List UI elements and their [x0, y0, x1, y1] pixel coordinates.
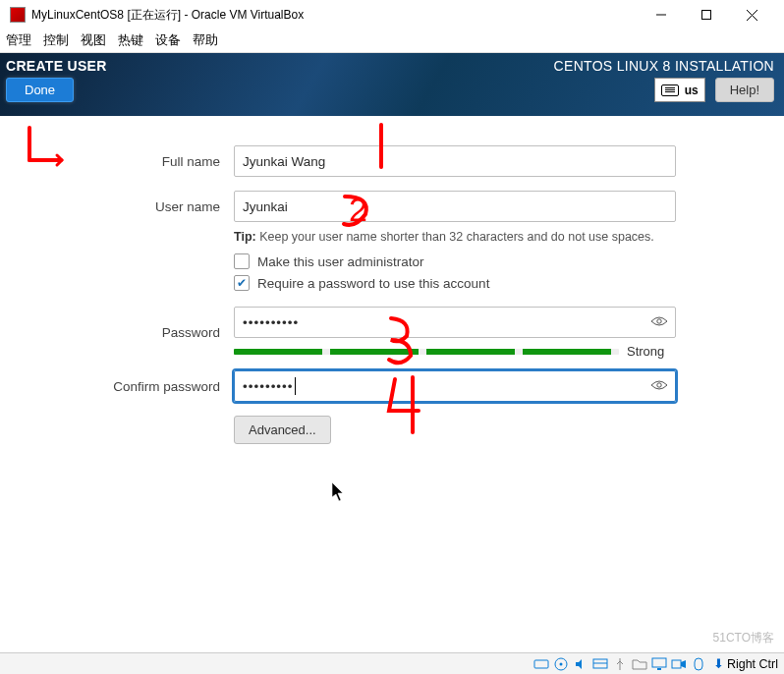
done-button[interactable]: Done [6, 78, 74, 102]
password-strength-meter: Strong [234, 344, 755, 359]
menu-bar: 管理 控制 视图 热键 设备 帮助 [0, 29, 784, 53]
menu-devices[interactable]: 设备 [155, 32, 181, 49]
checkbox-unchecked-icon [234, 253, 250, 269]
mouse-cursor-icon [332, 482, 346, 506]
svg-rect-13 [672, 660, 681, 668]
window-titlebar: MyLinuxCentOS8 [正在运行] - Oracle VM Virtua… [0, 0, 784, 29]
password-strength-label: Strong [627, 344, 664, 359]
menu-view[interactable]: 视图 [81, 32, 106, 49]
svg-point-4 [657, 319, 661, 323]
svg-rect-11 [652, 658, 666, 667]
require-password-checkbox-row[interactable]: ✔ Require a password to use this account [234, 275, 755, 291]
minimize-button[interactable] [639, 0, 684, 29]
svg-point-8 [559, 662, 562, 665]
installer-title: CENTOS LINUX 8 INSTALLATION [554, 58, 774, 74]
help-button[interactable]: Help! [715, 78, 774, 102]
window-controls [639, 0, 774, 29]
create-user-form: Full name Jyunkai Wang User name Jyunkai… [0, 116, 784, 444]
password-mask: •••••••••• [243, 315, 299, 330]
menu-manage[interactable]: 管理 [6, 32, 31, 49]
virtualbox-icon [10, 7, 26, 23]
recording-icon[interactable] [670, 656, 688, 672]
confirm-password-input[interactable]: ••••••••• [234, 370, 676, 402]
username-label: User name [29, 199, 234, 214]
username-tip: Tip: Keep your user name shorter than 32… [234, 230, 755, 244]
svg-point-5 [657, 383, 661, 387]
username-value: Jyunkai [243, 199, 288, 214]
require-password-label: Require a password to use this account [257, 276, 489, 291]
anaconda-header: CREATE USER Done CENTOS LINUX 8 INSTALLA… [0, 53, 784, 116]
fullname-label: Full name [29, 154, 234, 169]
eye-icon[interactable] [650, 313, 668, 331]
keyboard-icon [661, 84, 679, 96]
svg-rect-6 [534, 660, 548, 668]
mouse-integration-icon[interactable] [690, 656, 707, 672]
host-key-label: Right Ctrl [727, 657, 778, 671]
display-icon[interactable] [650, 656, 668, 672]
watermark: 51CTO博客 [713, 630, 774, 646]
keyboard-layout-indicator[interactable]: us [654, 78, 705, 102]
confirm-password-label: Confirm password [29, 379, 234, 394]
keyboard-layout-label: us [685, 84, 699, 97]
optical-disk-icon[interactable] [552, 656, 570, 672]
make-admin-checkbox-row[interactable]: Make this user administrator [234, 253, 755, 269]
hard-disk-icon[interactable] [532, 656, 550, 672]
confirm-password-mask: ••••••••• [243, 379, 294, 394]
window-title: MyLinuxCentOS8 [正在运行] - Oracle VM Virtua… [31, 7, 639, 24]
menu-control[interactable]: 控制 [43, 32, 69, 49]
virtualbox-status-bar: ⬇ Right Ctrl [0, 652, 784, 674]
password-input[interactable]: •••••••••• [234, 307, 676, 338]
advanced-button[interactable]: Advanced... [234, 416, 331, 444]
audio-icon[interactable] [572, 656, 589, 672]
menu-hotkeys[interactable]: 热键 [118, 32, 143, 49]
checkbox-checked-icon: ✔ [234, 275, 250, 291]
eye-icon[interactable] [650, 377, 668, 395]
fullname-input[interactable]: Jyunkai Wang [234, 145, 676, 177]
svg-rect-1 [702, 11, 711, 20]
page-title: CREATE USER [6, 58, 107, 74]
usb-icon[interactable] [611, 656, 629, 672]
host-key-indicator: ⬇ Right Ctrl [713, 656, 778, 671]
text-cursor-icon [295, 377, 296, 395]
menu-help[interactable]: 帮助 [193, 32, 218, 49]
fullname-value: Jyunkai Wang [243, 154, 325, 169]
username-input[interactable]: Jyunkai [234, 191, 676, 222]
arrow-down-icon: ⬇ [713, 656, 724, 671]
make-admin-label: Make this user administrator [257, 254, 424, 269]
maximize-button[interactable] [684, 0, 729, 29]
svg-rect-14 [695, 658, 702, 670]
network-icon[interactable] [591, 656, 609, 672]
close-button[interactable] [729, 0, 774, 29]
shared-folders-icon[interactable] [631, 656, 648, 672]
password-label: Password [29, 325, 234, 340]
